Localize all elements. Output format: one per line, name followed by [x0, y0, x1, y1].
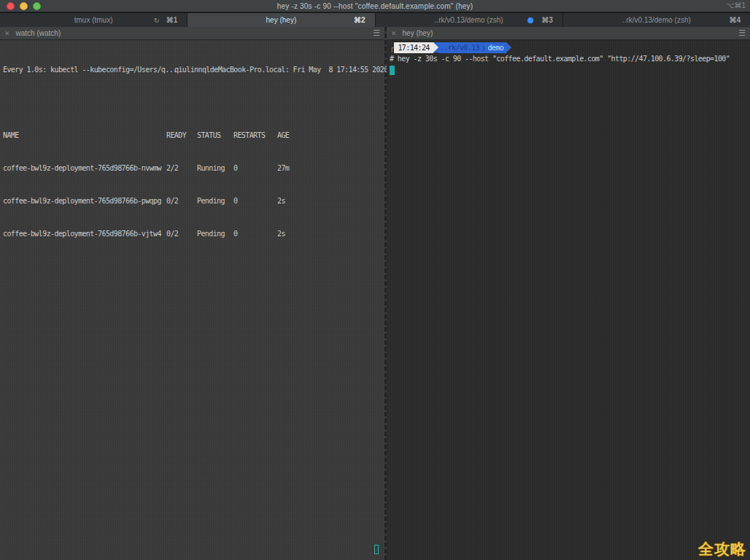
prompt-path-segment: ..rk/v0.13❯demo [438, 42, 506, 53]
notification-dot-icon [527, 18, 533, 23]
pod-ready: 2/2 [166, 163, 197, 174]
window-titlebar[interactable]: hey -z 30s -c 90 --host "coffee.default.… [0, 0, 750, 12]
watch-command-text: Every 1.0s: kubectl --kubeconfig=/Users/… [3, 64, 174, 75]
right-pane-title: hey (hey) [403, 29, 433, 37]
tab-label: ..rk/v0.13/demo (zsh) [435, 16, 503, 24]
terminal-cursor-inactive [374, 545, 379, 554]
prompt-time-segment: 17:14:24 [394, 42, 433, 53]
col-header-age: AGE [277, 130, 384, 141]
hamburger-menu-icon[interactable]: ☰ [373, 28, 380, 38]
tab-demo-zsh-4[interactable]: ..rk/v0.13/demo (zsh) ⌘4 [563, 12, 750, 27]
pod-age: 2s [277, 195, 384, 206]
tab-demo-zsh-3[interactable]: ..rk/v0.13/demo (zsh) ⌘3 [376, 12, 563, 27]
left-pane-title: watch (watch) [16, 29, 61, 37]
pod-restarts: 0 [233, 163, 277, 174]
pod-name: coffee-bwl9z-deployment-765d98766b-pwqpg [3, 195, 166, 206]
pod-restarts: 0 [233, 195, 277, 206]
watermark-text: 全攻略 [698, 539, 746, 559]
pod-age: 2s [277, 228, 384, 239]
tab-bar: tmux (tmux) ↻ ⌘1 hey (hey) ⌘2 ..rk/v0.13… [0, 12, 750, 27]
chevron-right-icon: ❯ [479, 44, 487, 52]
window-shortcut-hint: ⌥⌘1 [726, 1, 746, 9]
table-row: coffee-bwl9z-deployment-765d98766b-vjtw4… [3, 228, 384, 239]
hamburger-menu-icon[interactable]: ☰ [738, 28, 746, 38]
powerline-separator-icon [433, 42, 438, 52]
col-header-name: NAME [3, 130, 166, 141]
watch-header-line: Every 1.0s: kubectl --kubeconfig=/Users/… [3, 64, 384, 75]
pod-status: Pending [197, 195, 233, 206]
col-header-status: STATUS [197, 130, 233, 141]
pod-age: 27m [277, 163, 384, 174]
shell-prompt: ┌ 17:14:24 ..rk/v0.13❯demo [390, 42, 750, 53]
split-pane-container: ✕ watch (watch) ☰ Every 1.0s: kubectl --… [0, 27, 750, 560]
prompt-corner-glyph: ┌ [390, 44, 393, 52]
col-header-ready: READY [166, 130, 197, 141]
activity-icon: ↻ [154, 17, 160, 24]
col-header-restarts: RESTARTS [233, 130, 277, 141]
prompt-path-current: demo [487, 44, 503, 52]
right-pane-titlebar: ✕ hey (hey) ☰ [387, 27, 750, 40]
left-pane-watch: ✕ watch (watch) ☰ Every 1.0s: kubectl --… [0, 27, 387, 560]
tab-shortcut: ⌘1 [166, 16, 178, 24]
tab-label: ..rk/v0.13/demo (zsh) [622, 16, 691, 24]
table-row: coffee-bwl9z-deployment-765d98766b-pwqpg… [3, 195, 384, 206]
right-pane-hey: ✕ hey (hey) ☰ ┌ 17:14:24 ..rk/v0.13❯demo… [387, 27, 750, 560]
table-row: coffee-bwl9z-deployment-765d98766b-nvwmw… [3, 163, 384, 174]
pod-status: Pending [197, 228, 233, 239]
close-window-button[interactable] [7, 2, 15, 10]
powerline-arrow-icon [506, 42, 511, 52]
pod-name: coffee-bwl9z-deployment-765d98766b-vjtw4 [3, 228, 166, 239]
tab-hey-active[interactable]: hey (hey) ⌘2 [188, 12, 375, 27]
traffic-lights [7, 2, 41, 10]
prompt-path-parent: ..rk/v0.13 [440, 44, 479, 52]
pod-name: coffee-bwl9z-deployment-765d98766b-nvwmw [3, 163, 166, 174]
pod-ready: 0/2 [166, 228, 197, 239]
tab-shortcut: ⌘2 [354, 16, 366, 24]
left-pane-titlebar: ✕ watch (watch) ☰ [0, 27, 384, 40]
zoom-window-button[interactable] [33, 2, 41, 10]
minimize-window-button[interactable] [20, 2, 28, 10]
tab-shortcut: ⌘3 [541, 16, 553, 24]
left-terminal-content[interactable]: Every 1.0s: kubectl --kubeconfig=/Users/… [0, 40, 384, 560]
close-pane-icon[interactable]: ✕ [391, 30, 397, 37]
pod-status: Running [197, 163, 233, 174]
tab-shortcut: ⌘4 [729, 16, 741, 24]
pod-ready: 0/2 [166, 195, 197, 206]
terminal-cursor-active [390, 66, 395, 75]
command-line: # hey -z 30s -c 90 --host "coffee.defaul… [390, 53, 750, 64]
watch-host-timestamp: qiulinnqldeMacBook-Pro.local: Fri May 8 … [174, 64, 388, 75]
tab-tmux[interactable]: tmux (tmux) ↻ ⌘1 [0, 12, 188, 27]
pod-restarts: 0 [233, 228, 277, 239]
tab-label: tmux (tmux) [74, 16, 113, 24]
window-title: hey -z 30s -c 90 --host "coffee.default.… [277, 2, 473, 10]
close-pane-icon[interactable]: ✕ [4, 30, 10, 37]
right-terminal-content[interactable]: ┌ 17:14:24 ..rk/v0.13❯demo # hey -z 30s … [387, 40, 750, 560]
table-header-row: NAME READY STATUS RESTARTS AGE [3, 130, 384, 141]
terminal-window: hey -z 30s -c 90 --host "coffee.default.… [0, 0, 750, 560]
tab-label: hey (hey) [266, 16, 297, 24]
